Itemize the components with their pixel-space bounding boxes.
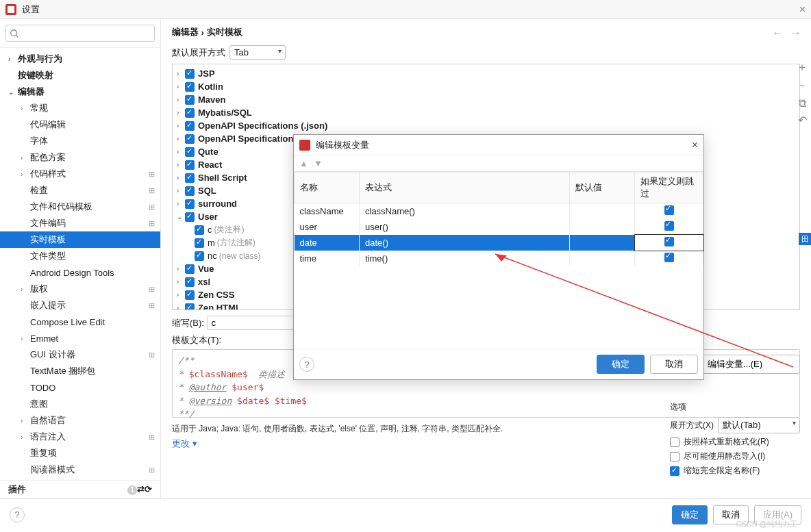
settings-tree[interactable]: ›外观与行为按键映射⌄编辑器›常规代码编辑字体›配色方案›代码样式⊞检查⊞文件和… [0, 48, 160, 480]
sidebar-item[interactable]: 阅读器模式⊞ [0, 461, 160, 478]
search-input[interactable] [19, 27, 151, 40]
settings-titlebar: 设置 × [0, 0, 811, 19]
template-group[interactable]: ›JSP [173, 67, 799, 80]
expand-by-select[interactable]: 默认(Tab) [718, 417, 800, 433]
move-down-icon[interactable]: ▼ [314, 158, 323, 168]
plugin-count-badge: 1 [127, 485, 137, 495]
dialog-ok-button[interactable]: 确定 [597, 355, 645, 374]
sidebar-item[interactable]: 意图 [0, 396, 160, 412]
dialog-help-icon[interactable]: ? [299, 357, 314, 372]
sidebar-item[interactable]: 代码编辑 [0, 116, 160, 133]
sidebar-item[interactable]: 文件类型 [0, 248, 160, 264]
sidebar-item[interactable]: TextMate 捆绑包 [0, 363, 160, 379]
options-title: 选项 [670, 401, 800, 413]
template-group[interactable]: ›OpenAPI Specifications (.json) [173, 119, 799, 132]
translate-icon: ⇄ [137, 484, 145, 494]
table-row[interactable]: useruser() [295, 219, 703, 235]
ok-button[interactable]: 确定 [672, 505, 708, 524]
sidebar-item[interactable]: TODO [0, 379, 160, 396]
help-icon[interactable]: ? [10, 507, 25, 522]
dialog-close-icon[interactable]: × [692, 139, 698, 151]
right-edge-badge[interactable]: 田 [799, 233, 811, 245]
undo-icon[interactable]: ↶ [798, 114, 807, 127]
change-link[interactable]: 更改 ▾ [172, 438, 197, 448]
sidebar-item[interactable]: Android Design Tools [0, 264, 160, 281]
sidebar-item[interactable]: ›外观与行为 [0, 51, 160, 67]
sidebar-item[interactable]: 检查⊞ [0, 182, 160, 199]
sidebar-item[interactable]: 按键映射 [0, 67, 160, 84]
sidebar-item[interactable]: ›版权⊞ [0, 281, 160, 297]
sidebar-item[interactable]: Compose Live Edit [0, 314, 160, 330]
sidebar-item[interactable]: GUI 设计器⊞ [0, 346, 160, 363]
move-up-icon[interactable]: ▲ [299, 158, 308, 168]
sidebar-item[interactable]: 重复项 [0, 445, 160, 461]
dialog-cancel-button[interactable]: 取消 [650, 355, 698, 374]
breadcrumb: 编辑器 › 实时模板 [172, 26, 800, 38]
sidebar-item[interactable]: 实时模板 [0, 231, 160, 248]
table-row[interactable]: classNameclassName() [295, 203, 703, 220]
dialog-footer-bar: ? 确定 取消 应用(A) [0, 498, 811, 530]
refresh-icon: ⟳ [145, 484, 152, 494]
expand-select[interactable]: Tab [229, 45, 286, 60]
sidebar-item[interactable]: ›Emmet [0, 330, 160, 346]
expand-label: 默认展开方式 [172, 47, 225, 59]
edit-vars-dialog: 编辑模板变量 × ▲ ▼ 名称 表达式 默认值 如果定义则跳过 classNam… [293, 134, 704, 380]
dialog-title: 编辑模板变量 [316, 139, 369, 151]
copy-icon[interactable]: ⧉ [799, 97, 806, 110]
add-icon[interactable]: ＋ [797, 60, 808, 75]
sidebar-footer[interactable]: 插件 1⇄⟳ [0, 480, 160, 498]
template-group[interactable]: ›Mybatis/SQL [173, 106, 799, 119]
sidebar-item[interactable]: 文件编码⊞ [0, 215, 160, 231]
svg-line-1 [16, 35, 18, 37]
sidebar-item[interactable]: ›常规 [0, 100, 160, 116]
watermark: CSDN @纯纯力工 [736, 519, 797, 529]
sidebar-item[interactable]: ›代码样式⊞ [0, 166, 160, 182]
close-icon[interactable]: × [799, 3, 806, 16]
remove-icon[interactable]: － [797, 79, 808, 93]
settings-sidebar: ›外观与行为按键映射⌄编辑器›常规代码编辑字体›配色方案›代码样式⊞检查⊞文件和… [0, 19, 161, 498]
app-icon [5, 4, 16, 15]
nav-forward-icon[interactable]: → [789, 26, 801, 40]
sidebar-item[interactable]: 嵌入提示⊞ [0, 297, 160, 314]
window-title: 设置 [22, 3, 40, 16]
svg-point-0 [11, 29, 17, 36]
search-icon [10, 29, 19, 38]
table-row[interactable]: datedate() [295, 235, 703, 251]
table-row[interactable]: timetime() [295, 251, 703, 266]
dialog-app-icon [299, 140, 310, 151]
template-group[interactable]: ›Kotlin [173, 80, 799, 93]
nav-back-icon[interactable]: ← [771, 26, 784, 40]
template-group[interactable]: ›Maven [173, 93, 799, 106]
variable-table[interactable]: 名称 表达式 默认值 如果定义则跳过 classNameclassName()u… [294, 172, 703, 266]
sidebar-item[interactable]: 字体 [0, 133, 160, 149]
sidebar-item[interactable]: ›自然语言 [0, 412, 160, 429]
search-input-wrapper[interactable] [5, 25, 155, 42]
opt-reformat[interactable]: 按照样式重新格式化(R) [670, 436, 800, 448]
opt-static-import[interactable]: 尽可能使用静态导入(I) [670, 451, 800, 462]
sidebar-item[interactable]: ⌄编辑器 [0, 84, 160, 100]
list-tools: ＋ － ⧉ ↶ [793, 60, 811, 127]
abbr-label: 缩写(B): [172, 318, 204, 328]
sidebar-item[interactable]: 文件和代码模板⊞ [0, 199, 160, 215]
sidebar-item[interactable]: ›配色方案 [0, 149, 160, 166]
opt-shorten-fqn[interactable]: 缩短完全限定名称(F) [670, 465, 800, 477]
sidebar-item[interactable]: ›语言注入⊞ [0, 429, 160, 445]
